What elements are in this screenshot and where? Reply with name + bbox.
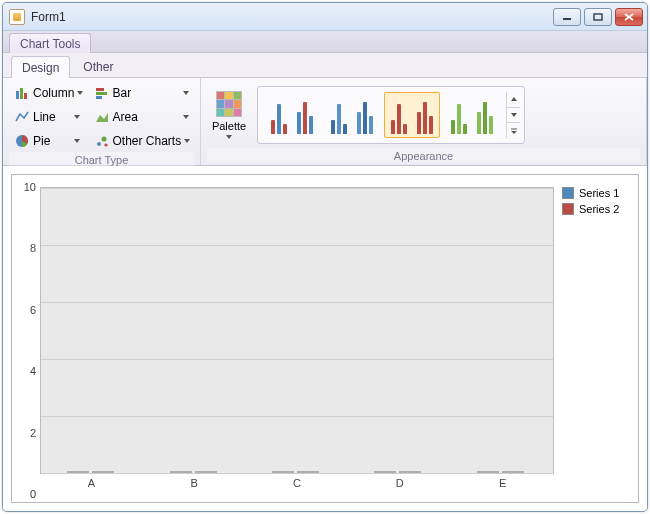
window-title: Form1 <box>31 10 553 24</box>
y-tick-label: 0 <box>30 488 36 500</box>
bar[interactable] <box>272 471 294 473</box>
gallery-item[interactable] <box>324 92 380 138</box>
bar[interactable] <box>170 471 192 473</box>
chart-type-other-button[interactable]: Other Charts <box>89 130 195 152</box>
svg-marker-15 <box>511 97 517 101</box>
bar-chart-icon <box>94 85 110 101</box>
x-tick-label: D <box>396 477 404 489</box>
chart-type-pie-button[interactable]: Pie <box>9 130 85 152</box>
bar-group <box>67 471 114 473</box>
ribbon-group-label: Appearance <box>207 148 640 163</box>
tab-design[interactable]: Design <box>11 56 70 78</box>
bar-group <box>477 471 524 473</box>
x-tick-label: A <box>88 477 95 489</box>
svg-rect-6 <box>24 93 27 99</box>
x-tick-label: E <box>499 477 506 489</box>
svg-rect-9 <box>96 96 102 99</box>
bar[interactable] <box>92 471 114 473</box>
gridline <box>41 302 553 303</box>
chevron-down-icon <box>184 139 190 143</box>
y-tick-label: 6 <box>30 304 36 316</box>
svg-rect-4 <box>16 91 19 99</box>
line-chart-icon <box>14 109 30 125</box>
palette-icon <box>216 91 242 117</box>
chevron-down-icon <box>74 115 80 119</box>
chevron-down-icon <box>74 139 80 143</box>
legend-swatch <box>562 187 574 199</box>
svg-point-14 <box>104 143 107 146</box>
ribbon-context-title: Chart Tools <box>9 33 91 53</box>
y-tick-label: 2 <box>30 427 36 439</box>
tab-other[interactable]: Other <box>72 55 124 77</box>
content-area: 0246810 ABCDE Series 1Series 2 <box>3 166 647 511</box>
close-button[interactable] <box>615 8 643 26</box>
gallery-scroll-up[interactable] <box>507 92 520 108</box>
svg-point-13 <box>101 137 106 142</box>
gridline <box>41 188 553 189</box>
legend-item[interactable]: Series 2 <box>562 203 630 215</box>
y-axis: 0246810 <box>16 187 40 494</box>
svg-marker-18 <box>511 131 517 134</box>
ribbon-group-chart-type: Column Bar <box>3 78 201 165</box>
svg-rect-1 <box>594 14 602 20</box>
maximize-button[interactable] <box>584 8 612 26</box>
ribbon-tabs: Design Other <box>3 53 647 77</box>
y-tick-label: 4 <box>30 365 36 377</box>
gallery-scroll-down[interactable] <box>507 108 520 124</box>
chevron-down-icon <box>226 135 232 139</box>
bar-group <box>374 471 421 473</box>
x-tick-label: B <box>191 477 198 489</box>
chart[interactable]: 0246810 ABCDE Series 1Series 2 <box>11 174 639 503</box>
gallery-item[interactable] <box>384 92 440 138</box>
bar-group <box>272 471 319 473</box>
gridline <box>41 359 553 360</box>
svg-marker-16 <box>511 113 517 117</box>
area-chart-icon <box>94 109 110 125</box>
palette-button[interactable]: Palette <box>207 84 251 146</box>
chart-type-bar-button[interactable]: Bar <box>89 82 195 104</box>
bar[interactable] <box>195 471 217 473</box>
gallery-scroll <box>506 92 520 138</box>
svg-rect-5 <box>20 88 23 99</box>
chart-type-line-button[interactable]: Line <box>9 106 85 128</box>
gallery-item[interactable] <box>444 92 500 138</box>
other-charts-icon <box>94 133 110 149</box>
legend-swatch <box>562 203 574 215</box>
bar[interactable] <box>502 471 524 473</box>
legend-label: Series 2 <box>579 203 619 215</box>
svg-rect-8 <box>96 92 107 95</box>
x-axis: ABCDE <box>40 474 554 494</box>
svg-point-12 <box>97 142 101 146</box>
app-window: Form1 Chart Tools Design Other <box>2 2 648 512</box>
gridline <box>41 245 553 246</box>
legend-label: Series 1 <box>579 187 619 199</box>
bar[interactable] <box>67 471 89 473</box>
gridline <box>41 416 553 417</box>
y-tick-label: 10 <box>24 181 36 193</box>
gallery-item[interactable] <box>264 92 320 138</box>
minimize-button[interactable] <box>553 8 581 26</box>
bar-group <box>170 471 217 473</box>
legend-item[interactable]: Series 1 <box>562 187 630 199</box>
bar[interactable] <box>477 471 499 473</box>
chevron-down-icon <box>77 91 83 95</box>
ribbon-group-label: Chart Type <box>9 152 194 167</box>
svg-marker-10 <box>96 113 108 122</box>
svg-rect-7 <box>96 88 104 91</box>
legend: Series 1Series 2 <box>554 187 630 494</box>
bar[interactable] <box>297 471 319 473</box>
chart-type-area-button[interactable]: Area <box>89 106 195 128</box>
ribbon: Chart Tools Design Other Column <box>3 31 647 166</box>
ribbon-context-area: Chart Tools <box>3 31 647 53</box>
titlebar: Form1 <box>3 3 647 31</box>
x-tick-label: C <box>293 477 301 489</box>
chart-type-column-button[interactable]: Column <box>9 82 85 104</box>
ribbon-group-appearance: Palette Appearance <box>201 78 647 165</box>
bar[interactable] <box>374 471 396 473</box>
chevron-down-icon <box>183 91 189 95</box>
gallery-expand[interactable] <box>507 123 520 138</box>
app-icon <box>9 9 25 25</box>
pie-chart-icon <box>14 133 30 149</box>
bar[interactable] <box>399 471 421 473</box>
chevron-down-icon <box>183 115 189 119</box>
